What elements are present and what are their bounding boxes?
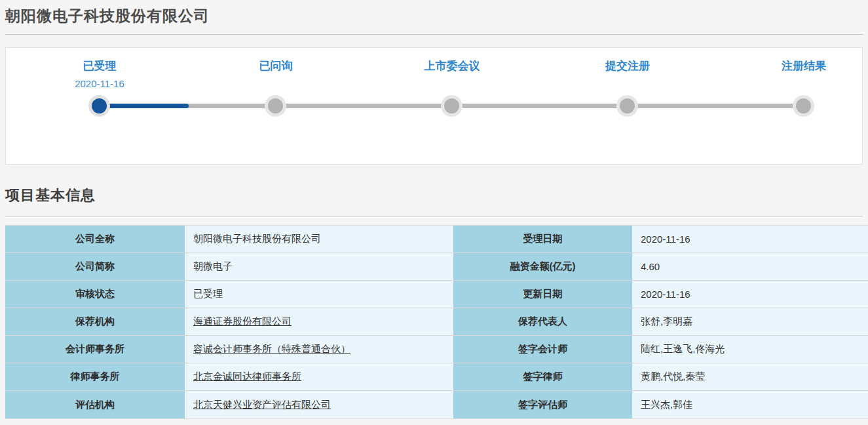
step-dot-icon [796, 98, 811, 113]
field-value-signing-appraisers: 王兴杰,郭佳 [632, 391, 868, 418]
step-label: 已问询 [197, 58, 354, 73]
step-label: 提交注册 [549, 58, 706, 73]
step-dot-icon [92, 98, 107, 113]
stepper-progress-bar [100, 104, 189, 108]
field-value-text: 张舒,李明嘉 [641, 315, 692, 328]
field-value-signing-accountants: 陆红,王逸飞,佟海光 [632, 336, 868, 363]
table-row: 会计师事务所 容诚会计师事务所（特殊普通合伙） 签字会计师 陆红,王逸飞,佟海光 [5, 336, 868, 363]
field-value-appraisal-agency: 北京天健兴业资产评估有限公司 [185, 391, 453, 418]
field-value-text: 2020-11-16 [641, 289, 690, 300]
field-value-review-status: 已受理 [185, 281, 453, 308]
field-value-text: 朝阳微电子科技股份有限公司 [193, 233, 321, 245]
field-label-financing-amount: 融资金额(亿元) [453, 253, 632, 280]
field-value-financing-amount: 4.60 [632, 253, 868, 280]
field-value-text: 朝微电子 [193, 260, 233, 273]
field-label-acceptance-date: 受理日期 [453, 226, 632, 253]
field-value-text: 陆红,王逸飞,佟海光 [641, 343, 725, 355]
table-row: 审核状态 已受理 更新日期 2020-11-16 [5, 281, 868, 308]
law-firm-link[interactable]: 北京金诚同达律师事务所 [193, 371, 301, 383]
field-value-law-firm: 北京金诚同达律师事务所 [185, 363, 453, 390]
step-date: 2020-11-16 [21, 78, 178, 90]
step-label: 注册结果 [725, 58, 868, 73]
field-value-acceptance-date: 2020-11-16 [632, 226, 868, 253]
field-value-text: 2020-11-16 [641, 233, 690, 245]
field-label-signing-accountants: 签字会计师 [453, 336, 632, 363]
step-inquired: 已问询 [197, 48, 354, 90]
field-value-text: 已受理 [193, 288, 223, 300]
field-value-sponsor-representatives: 张舒,李明嘉 [632, 308, 868, 335]
step-dot-icon [444, 98, 459, 113]
status-stepper-panel: 已受理 2020-11-16 已问询 上市委会议 提交注册 注册结果 [5, 47, 863, 165]
step-date [725, 78, 868, 90]
step-registration-result: 注册结果 [725, 48, 868, 90]
section-header: 项目基本信息 [5, 186, 863, 216]
project-info-table: 公司全称 朝阳微电子科技股份有限公司 受理日期 2020-11-16 公司简称 … [5, 225, 868, 419]
field-label-review-status: 审核状态 [5, 281, 185, 308]
table-row: 评估机构 北京天健兴业资产评估有限公司 签字评估师 王兴杰,郭佳 [5, 391, 868, 418]
field-value-text: 黄鹏,代悦,秦莹 [641, 371, 705, 383]
field-label-sponsor: 保荐机构 [5, 308, 185, 335]
step-label: 已受理 [21, 58, 178, 73]
field-value-company-full-name: 朝阳微电子科技股份有限公司 [185, 226, 453, 253]
table-row: 公司全称 朝阳微电子科技股份有限公司 受理日期 2020-11-16 [5, 226, 868, 253]
step-date [373, 78, 531, 90]
step-dot-icon [620, 98, 635, 113]
field-label-company-short-name: 公司简称 [5, 253, 185, 280]
step-date [197, 78, 354, 90]
field-label-law-firm: 律师事务所 [5, 363, 185, 390]
field-value-update-date: 2020-11-16 [632, 281, 868, 308]
field-label-signing-appraisers: 签字评估师 [453, 391, 632, 418]
step-submit-registration: 提交注册 [549, 48, 706, 90]
field-label-appraisal-agency: 评估机构 [5, 391, 185, 418]
field-label-signing-lawyers: 签字律师 [453, 363, 632, 390]
accounting-firm-link[interactable]: 容诚会计师事务所（特殊普通合伙） [193, 343, 350, 355]
step-accepted: 已受理 2020-11-16 [21, 48, 178, 90]
table-row: 律师事务所 北京金诚同达律师事务所 签字律师 黄鹏,代悦,秦莹 [5, 363, 868, 391]
step-dot-icon [268, 98, 283, 113]
page-header: 朝阳微电子科技股份有限公司 [5, 0, 863, 35]
step-date [549, 78, 706, 90]
sponsor-link[interactable]: 海通证券股份有限公司 [193, 315, 292, 328]
field-label-accounting-firm: 会计师事务所 [5, 336, 185, 363]
step-label: 上市委会议 [373, 58, 531, 73]
appraisal-firm-link[interactable]: 北京天健兴业资产评估有限公司 [193, 399, 331, 411]
page: 朝阳微电子科技股份有限公司 已受理 2020-11-16 已问询 上市委会议 [0, 0, 868, 419]
field-value-text: 4.60 [641, 261, 660, 272]
field-value-sponsor: 海通证券股份有限公司 [185, 308, 453, 335]
step-listing-committee: 上市委会议 [373, 48, 531, 90]
page-title: 朝阳微电子科技股份有限公司 [5, 6, 863, 26]
field-label-company-full-name: 公司全称 [5, 226, 185, 253]
field-value-text: 王兴杰,郭佳 [641, 399, 692, 411]
field-value-company-short-name: 朝微电子 [185, 253, 453, 280]
table-row: 公司简称 朝微电子 融资金额(亿元) 4.60 [5, 253, 868, 281]
field-label-sponsor-representatives: 保荐代表人 [453, 308, 632, 335]
field-value-accounting-firm: 容诚会计师事务所（特殊普通合伙） [185, 336, 453, 363]
field-value-signing-lawyers: 黄鹏,代悦,秦莹 [632, 363, 868, 390]
field-label-update-date: 更新日期 [453, 281, 632, 308]
table-row: 保荐机构 海通证券股份有限公司 保荐代表人 张舒,李明嘉 [5, 308, 868, 336]
section-title: 项目基本信息 [5, 186, 863, 205]
status-stepper: 已受理 2020-11-16 已问询 上市委会议 提交注册 注册结果 [6, 48, 862, 164]
